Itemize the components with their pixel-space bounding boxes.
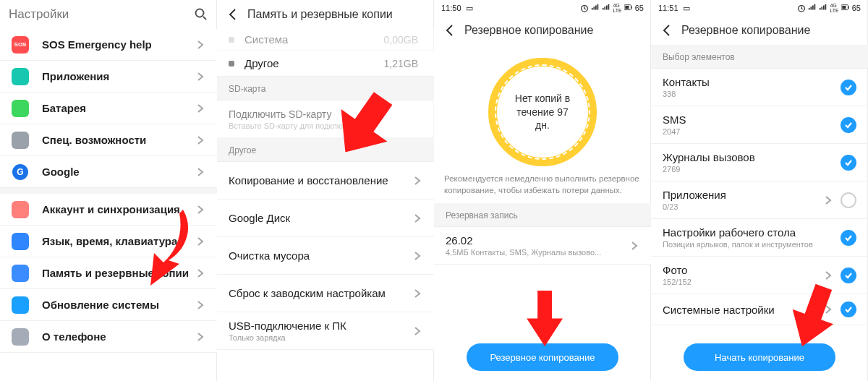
section-other: Другое bbox=[217, 138, 434, 162]
item-sub: 2047 bbox=[663, 127, 841, 136]
row-google-drive[interactable]: Google Диск bbox=[217, 200, 434, 237]
chevron-icon bbox=[195, 205, 205, 215]
row-factory-reset[interactable]: Сброс к заводским настройкам bbox=[217, 275, 434, 312]
battery-pct: 65 bbox=[635, 4, 644, 12]
chevron-icon bbox=[195, 236, 205, 247]
chevron-icon bbox=[195, 300, 205, 310]
annotation-arrow bbox=[527, 286, 563, 346]
chevron-icon bbox=[195, 72, 205, 82]
item-sub: 2769 bbox=[663, 165, 841, 174]
status-time: 11:50 bbox=[441, 4, 461, 12]
backup-item-row[interactable]: Настройки рабочего столаПозиции ярлыков,… bbox=[651, 219, 868, 257]
row-storage-system[interactable]: Система 0,00GB bbox=[217, 29, 434, 51]
backup-item-row[interactable]: Журналы вызовов2769 bbox=[651, 144, 868, 181]
item-title: Настройки рабочего стола bbox=[663, 226, 841, 239]
alarm-icon bbox=[580, 4, 589, 12]
lte-icon: 4GLTE bbox=[613, 3, 621, 13]
item-title: Приложения bbox=[663, 189, 823, 201]
sim-icon: ▭ bbox=[683, 4, 690, 13]
section-backup-record: Резервная запись bbox=[434, 203, 651, 227]
checkbox[interactable] bbox=[841, 155, 856, 171]
battery-icon bbox=[624, 4, 633, 12]
checkbox[interactable] bbox=[841, 267, 856, 283]
row-about-phone[interactable]: О телефоне bbox=[0, 321, 217, 353]
row-google[interactable]: G Google bbox=[0, 156, 217, 188]
checkbox[interactable] bbox=[841, 80, 856, 95]
chevron-icon bbox=[823, 195, 833, 205]
panel-backup-items: 11:51 ▭ 4GLTE 65 Резервное копирование В… bbox=[651, 0, 868, 381]
status-bar: 11:50 ▭ 4GLTE 65 bbox=[434, 0, 651, 16]
account-icon bbox=[12, 201, 29, 218]
backup-item-row[interactable]: SMS2047 bbox=[651, 106, 868, 144]
google-icon: G bbox=[12, 163, 29, 181]
chevron-icon bbox=[412, 213, 422, 223]
row-cleaner[interactable]: Очистка мусора bbox=[217, 237, 434, 275]
status-bar: 11:51 ▭ 4GLTE 65 bbox=[651, 0, 868, 16]
chevron-icon bbox=[823, 270, 833, 281]
panel-backup-status: 11:50 ▭ 4GLTE 65 Резервное копирование Н… bbox=[434, 0, 651, 381]
svg-text:G: G bbox=[17, 167, 23, 177]
row-backup-restore[interactable]: Копирование и восстановление bbox=[217, 162, 434, 200]
start-backup-button[interactable]: Начать копирование bbox=[684, 343, 835, 371]
item-sub: Позиции ярлыков, папок и инструментов bbox=[663, 240, 841, 249]
back-icon[interactable] bbox=[660, 23, 674, 38]
dot-icon bbox=[229, 61, 234, 67]
back-icon[interactable] bbox=[226, 7, 240, 22]
chevron-icon bbox=[195, 332, 205, 342]
alarm-icon bbox=[797, 4, 806, 12]
row-accessibility[interactable]: Спец. возможности bbox=[0, 124, 217, 156]
chevron-icon bbox=[412, 326, 422, 336]
panel-storage: Память и резервные копии Система 0,00GB … bbox=[217, 0, 434, 381]
row-battery[interactable]: Батарея bbox=[0, 93, 217, 124]
backup-item-row[interactable]: Фото152/152 bbox=[651, 257, 868, 294]
row-usb-pc[interactable]: USB-подключение к ПК Только зарядка bbox=[217, 312, 434, 350]
accessibility-icon bbox=[12, 132, 29, 149]
row-language[interactable]: Язык, время, клавиатура bbox=[0, 226, 217, 257]
titlebar-backup-items: Резервное копирование bbox=[651, 16, 868, 45]
backup-item-row[interactable]: Системные настройки bbox=[651, 294, 868, 325]
search-icon[interactable] bbox=[194, 7, 208, 22]
recommendation-text: Рекомендуется немедленно выполнить резер… bbox=[434, 174, 651, 203]
chevron-icon bbox=[823, 304, 833, 314]
checkbox[interactable] bbox=[841, 192, 856, 208]
row-backup-entry[interactable]: 26.02 4,5МБ Контакты, SMS, Журналы вызов… bbox=[434, 227, 651, 265]
backup-item-row[interactable]: Контакты338 bbox=[651, 69, 868, 106]
backup-button[interactable]: Резервное копирование bbox=[467, 343, 618, 371]
chevron-icon bbox=[195, 167, 205, 177]
item-title: SMS bbox=[663, 114, 841, 126]
backup-status-circle: Нет копий в течение 97 дн. bbox=[434, 45, 651, 174]
panel-settings: Настройки SOS SOS Emergency help Приложе… bbox=[0, 0, 217, 381]
section-gap bbox=[0, 188, 217, 194]
globe-icon bbox=[12, 233, 29, 250]
row-sos[interactable]: SOS SOS Emergency help bbox=[0, 29, 217, 61]
checkbox[interactable] bbox=[841, 301, 856, 317]
item-title: Фото bbox=[663, 264, 823, 276]
signal-icon bbox=[819, 4, 827, 12]
signal-icon bbox=[808, 4, 817, 12]
titlebar-settings: Настройки bbox=[0, 0, 217, 29]
row-connect-sd[interactable]: Подключить SD-карту Вставьте SD-карту дл… bbox=[217, 100, 434, 138]
back-icon[interactable] bbox=[443, 23, 457, 38]
row-storage-backup[interactable]: Память и резервные копии bbox=[0, 257, 217, 289]
status-time: 11:51 bbox=[658, 4, 678, 12]
item-sub: 0/23 bbox=[663, 202, 823, 211]
row-system-update[interactable]: Обновление системы bbox=[0, 289, 217, 321]
checkbox[interactable] bbox=[841, 230, 856, 246]
item-title: Журналы вызовов bbox=[663, 151, 841, 163]
chevron-icon bbox=[412, 251, 422, 261]
chevron-icon bbox=[629, 241, 639, 251]
titlebar-backup: Резервное копирование bbox=[434, 16, 651, 45]
apps-icon bbox=[12, 68, 29, 85]
lte-icon: 4GLTE bbox=[830, 3, 838, 13]
section-select-items: Выбор элементов bbox=[651, 45, 868, 69]
row-apps[interactable]: Приложения bbox=[0, 61, 217, 93]
backup-item-row[interactable]: Приложения0/23 bbox=[651, 181, 868, 219]
item-title: Системные настройки bbox=[663, 304, 823, 316]
titlebar-storage: Память и резервные копии bbox=[217, 0, 434, 29]
title: Память и резервные копии bbox=[247, 8, 393, 21]
row-account-sync[interactable]: Аккаунт и синхронизация bbox=[0, 194, 217, 226]
checkbox[interactable] bbox=[841, 117, 856, 133]
dot-icon bbox=[229, 37, 234, 43]
row-storage-other[interactable]: Другое 1,21GB bbox=[217, 51, 434, 77]
update-icon bbox=[12, 296, 29, 314]
